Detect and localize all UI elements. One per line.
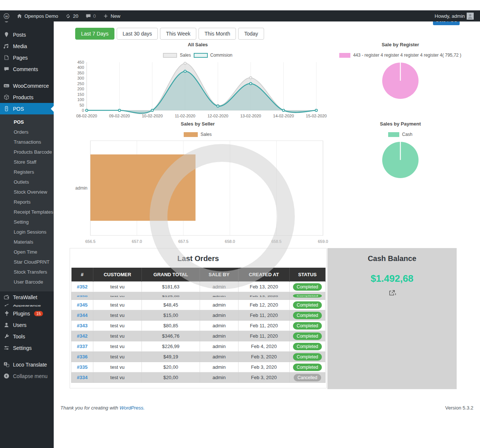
sidebar-item-collapse-menu[interactable]: Collapse menu xyxy=(0,370,54,382)
table-row: #336test vu$49,19adminFeb 3, 2020Complet… xyxy=(71,352,326,362)
table-row: #334test vu$20,00adminFeb 3, 2020Cancell… xyxy=(71,372,326,383)
howdy-account-link[interactable]: Howdy, admin xyxy=(431,13,477,20)
order-link[interactable]: #343 xyxy=(77,323,88,328)
cell-value: Feb 13, 2020 xyxy=(250,295,278,297)
sidebar-item-loco-translate[interactable]: ALoco Translate xyxy=(0,359,54,370)
date-filter-this-week[interactable]: This Week xyxy=(160,28,196,40)
cash-balance-amount: $1.492,68 xyxy=(327,273,457,284)
cell-value: Feb 4, 2020 xyxy=(251,344,277,349)
svg-text:100: 100 xyxy=(77,97,84,102)
table-row: #335test vu$20,00adminFeb 3, 2020Complet… xyxy=(71,362,326,372)
order-link[interactable]: #344 xyxy=(77,312,88,318)
users-icon xyxy=(3,322,10,328)
external-link-icon[interactable] xyxy=(388,289,396,298)
svg-text:50: 50 xyxy=(80,103,84,107)
sidebar-item-media[interactable]: Media xyxy=(0,40,54,52)
sidebar-item-label: Loco Translate xyxy=(13,362,47,368)
svg-text:250: 250 xyxy=(77,81,84,86)
wp-logo-menu[interactable]: W xyxy=(0,10,13,21)
table-row: #345test vu$48,45adminFeb 12, 2020Comple… xyxy=(71,300,326,310)
tools-icon xyxy=(3,333,10,340)
order-link[interactable]: #334 xyxy=(77,375,88,380)
cell-value: $20,00 xyxy=(163,375,178,380)
sidebar-item-terawallet[interactable]: TeraWallet xyxy=(0,291,54,303)
legend-label: Cash xyxy=(402,132,412,137)
cell-value: admin xyxy=(213,312,226,318)
sidebar-subitem-materials[interactable]: Materials xyxy=(0,237,54,247)
updates-icon xyxy=(65,13,71,19)
sidebar-subitem-setting[interactable]: Setting xyxy=(0,217,54,227)
sidebar-subitem-orders[interactable]: Orders xyxy=(0,127,54,137)
column-header-number: # xyxy=(71,268,93,282)
legend-label: 443 - register 4 register 4 register 4 r… xyxy=(353,53,461,58)
orders-table-body: #352test vu$181,63adminFeb 13, 2020Compl… xyxy=(71,282,326,383)
date-filter-today[interactable]: Today xyxy=(238,28,264,40)
svg-text:657.5: 657.5 xyxy=(178,239,189,244)
wordpress-link[interactable]: WordPress. xyxy=(120,405,145,411)
sidebar-item-pos[interactable]: POS xyxy=(0,103,54,114)
order-link[interactable]: #336 xyxy=(77,354,88,360)
cell-value: $181,63 xyxy=(162,284,180,290)
sale-by-register-chart: Sale by Register 443 - register 4 regist… xyxy=(334,39,467,100)
sidebar-item-dashboard[interactable]: Dashboard xyxy=(0,21,54,26)
svg-text:200: 200 xyxy=(77,87,84,91)
sidebar-subitem-transactions[interactable]: Transactions xyxy=(0,137,54,147)
order-link[interactable]: #335 xyxy=(77,364,88,370)
new-content-link[interactable]: New xyxy=(99,10,124,21)
cell-value: admin xyxy=(213,354,226,360)
sidebar-item-users[interactable]: Users xyxy=(0,319,54,331)
updates-link[interactable]: 20 xyxy=(61,10,81,21)
sidebar-subitem-receipt-templates[interactable]: Receipt Templates xyxy=(0,207,54,217)
cell-value: $346,76 xyxy=(162,333,180,339)
sales-by-seller-chart: Sales by Seller Sales 656.5657.0657.5658… xyxy=(70,118,326,250)
sidebar-subitem-star-cloudprnt[interactable]: Star CloudPRNT xyxy=(0,257,54,267)
sidebar-subitem-login-sessions[interactable]: Login Sessions xyxy=(0,227,54,237)
order-link[interactable]: #345 xyxy=(77,302,88,308)
status-badge: Completed xyxy=(293,322,322,330)
status-badge: Completed xyxy=(293,332,322,340)
sidebar-item-label: WooCommerce xyxy=(13,83,49,89)
sidebar-item-settings[interactable]: Settings xyxy=(0,342,54,354)
sidebar-item-tools[interactable]: Tools xyxy=(0,331,54,342)
sidebar-subitem-reports[interactable]: Reports xyxy=(0,197,54,207)
date-filter-this-month[interactable]: This Month xyxy=(199,28,236,40)
date-filter-last-7-days[interactable]: Last 7 Days xyxy=(75,28,114,40)
sidebar-subitem-pos[interactable]: POS xyxy=(0,117,54,127)
order-link[interactable]: #337 xyxy=(77,344,88,349)
sidebar-subitem-products-barcode[interactable]: Products Barcode xyxy=(0,147,54,157)
svg-text:W: W xyxy=(5,14,8,18)
all-sales-chart: All Sales SalesCommision 050100150200250… xyxy=(70,39,326,121)
sidebar-item-appearance[interactable]: Appearance xyxy=(0,303,54,308)
pages-icon xyxy=(3,54,10,61)
order-link[interactable]: #350 xyxy=(77,295,88,297)
status-badge: Cancelled xyxy=(294,374,321,381)
payment-pie xyxy=(381,141,419,179)
sidebar-subitem-open-time[interactable]: Open Time xyxy=(0,247,54,257)
date-filter-last-30-days[interactable]: Last 30 days xyxy=(117,28,158,40)
sidebar-item-label: Pages xyxy=(13,55,28,61)
svg-text:300: 300 xyxy=(77,76,84,80)
order-link[interactable]: #352 xyxy=(77,284,88,290)
sidebar-item-posts[interactable]: Posts xyxy=(0,29,54,40)
sidebar-item-plugins[interactable]: Plugins15 xyxy=(0,308,54,319)
all-sales-legend: SalesCommision xyxy=(70,53,326,58)
sidebar-subitem-store-staff[interactable]: Store Staff xyxy=(0,157,54,167)
sales-by-payment-chart: Sales by Payment Cash xyxy=(334,118,467,179)
column-header-customer: CUSTOMER xyxy=(93,268,142,282)
sidebar: DashboardPostsMediaPagesCommentsWooWooCo… xyxy=(0,21,54,448)
sidebar-subitem-stock-transfers[interactable]: Stock Transfers xyxy=(0,267,54,277)
site-name-link[interactable]: Openpos Demo xyxy=(13,10,61,21)
sidebar-subitem-stock-overview[interactable]: Stock Overview xyxy=(0,187,54,197)
avatar xyxy=(467,13,474,20)
sidebar-item-woocommerce[interactable]: WooWooCommerce xyxy=(0,80,54,91)
status-badge: Completed xyxy=(293,294,322,298)
sidebar-subitem-user-barcode[interactable]: User Barcode xyxy=(0,277,54,287)
sidebar-subitem-outlets[interactable]: Outlets xyxy=(0,177,54,187)
sidebar-subitem-registers[interactable]: Registers xyxy=(0,167,54,177)
comments-link[interactable]: 0 xyxy=(82,10,99,21)
sidebar-item-comments[interactable]: Comments xyxy=(0,63,54,75)
order-link[interactable]: #342 xyxy=(77,333,88,339)
sidebar-item-pages[interactable]: Pages xyxy=(0,52,54,63)
sidebar-item-products[interactable]: Products xyxy=(0,91,54,103)
updates-count: 20 xyxy=(73,13,78,19)
